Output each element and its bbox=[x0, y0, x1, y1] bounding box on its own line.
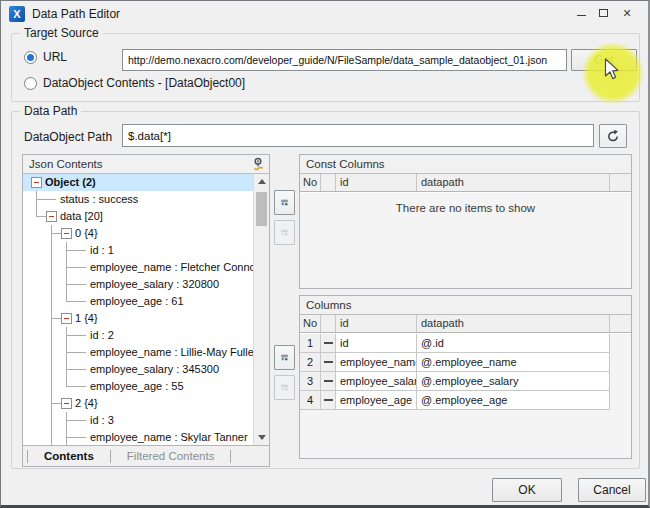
tree-tab-bar: ContentsFiltered Contents bbox=[23, 445, 269, 466]
close-button[interactable]: ✕ bbox=[618, 4, 636, 22]
tree-item[interactable]: employee_name : Skylar Tanner bbox=[23, 429, 253, 445]
tree-guide-line bbox=[51, 344, 52, 361]
column-datapath-cell[interactable]: @.employee_name bbox=[417, 353, 610, 372]
row-handle[interactable] bbox=[321, 334, 336, 353]
tree-collapse-icon[interactable] bbox=[46, 211, 57, 222]
title-bar: X Data Path Editor ✕ bbox=[1, 1, 648, 27]
remove-column-icon bbox=[281, 381, 288, 394]
row-number: 1 bbox=[300, 334, 321, 353]
maximize-icon bbox=[599, 9, 608, 17]
tree-guide-line bbox=[66, 352, 86, 353]
tree-collapse-icon[interactable] bbox=[61, 228, 72, 239]
tree-item[interactable]: employee_salary : 345300 bbox=[23, 361, 253, 378]
json-contents-title: Json Contents bbox=[29, 155, 103, 173]
tree-item-label: 0 {4} bbox=[75, 225, 98, 242]
add-column-icon bbox=[281, 196, 288, 209]
const-columns-body: There are no items to show bbox=[300, 193, 631, 288]
columns-body: 1id@.id2employee_name@.employee_name3emp… bbox=[300, 334, 631, 458]
tree-item[interactable]: id : 1 bbox=[23, 242, 253, 259]
column-id-cell[interactable]: employee_age bbox=[336, 391, 417, 410]
row-filler bbox=[610, 334, 631, 353]
tree-guide-line bbox=[66, 369, 86, 370]
column-id-cell[interactable]: id bbox=[336, 334, 417, 353]
row-number: 4 bbox=[300, 391, 321, 410]
tree-guide-line bbox=[66, 420, 86, 421]
tree-collapse-icon[interactable] bbox=[61, 313, 72, 324]
minimize-button[interactable] bbox=[572, 4, 590, 22]
tree-item-label: employee_salary : 320800 bbox=[90, 276, 219, 293]
tree-guide-line bbox=[66, 250, 86, 251]
tree-item[interactable]: employee_salary : 320800 bbox=[23, 276, 253, 293]
tree-item[interactable]: data [20] bbox=[23, 208, 253, 225]
tree-item[interactable]: 2 {4} bbox=[23, 395, 253, 412]
tree-item[interactable]: employee_name : Fletcher Connolly bbox=[23, 259, 253, 276]
column-datapath-cell[interactable]: @.id bbox=[417, 334, 610, 353]
column-header-blank bbox=[321, 315, 336, 332]
tree-item[interactable]: id : 3 bbox=[23, 412, 253, 429]
dataobject-contents-radio[interactable] bbox=[24, 77, 37, 90]
maximize-button[interactable] bbox=[594, 4, 612, 22]
column-id-cell[interactable]: employee_salary bbox=[336, 372, 417, 391]
tree-guide-line bbox=[51, 318, 61, 319]
column-id-cell[interactable]: employee_name bbox=[336, 353, 417, 372]
remove-column-icon bbox=[281, 226, 288, 239]
scrollbar-thumb[interactable] bbox=[256, 192, 267, 226]
tree-guide-line bbox=[51, 259, 52, 276]
column-row: 1id@.id bbox=[300, 334, 631, 353]
scrollbar-up-button[interactable] bbox=[254, 174, 269, 189]
tree-item[interactable]: employee_age : 55 bbox=[23, 378, 253, 395]
tree-item[interactable]: 1 {4} bbox=[23, 310, 253, 327]
refresh-button[interactable] bbox=[599, 124, 627, 148]
const-columns-column-headers: Noiddatapath bbox=[300, 174, 631, 192]
tree-item[interactable]: id : 2 bbox=[23, 327, 253, 344]
ok-button[interactable]: OK bbox=[492, 478, 562, 502]
key-icon[interactable] bbox=[252, 157, 264, 171]
const-columns-panel: Const Columns Noiddatapath There are no … bbox=[299, 154, 632, 289]
row-number: 3 bbox=[300, 372, 321, 391]
column-header-id: id bbox=[336, 315, 417, 332]
tree-item[interactable]: Object (2) bbox=[23, 174, 253, 191]
column-datapath-cell[interactable]: @.employee_salary bbox=[417, 372, 610, 391]
dataobject-path-input[interactable] bbox=[122, 124, 594, 147]
column-header-blank bbox=[610, 174, 631, 191]
add-column-icon bbox=[281, 351, 288, 364]
minimize-icon bbox=[577, 15, 586, 16]
add-column-button[interactable] bbox=[274, 345, 295, 370]
tree-item-label: id : 2 bbox=[90, 327, 114, 344]
url-input[interactable] bbox=[122, 49, 567, 71]
row-filler bbox=[610, 391, 631, 410]
tree-guide-line bbox=[51, 361, 52, 378]
tree-item[interactable]: employee_name : Lillie-May Fuller bbox=[23, 344, 253, 361]
tree-item[interactable]: status : success bbox=[23, 191, 253, 208]
tree-item-label: employee_name : Fletcher Connolly bbox=[90, 259, 253, 276]
column-header-id: id bbox=[336, 174, 417, 191]
cancel-button[interactable]: Cancel bbox=[578, 478, 646, 502]
tree-guide-line bbox=[66, 335, 86, 336]
tree-guide-line bbox=[66, 267, 86, 268]
row-handle[interactable] bbox=[321, 353, 336, 372]
tab-filtered-contents[interactable]: Filtered Contents bbox=[111, 446, 231, 466]
tree-collapse-icon[interactable] bbox=[61, 398, 72, 409]
tab-contents[interactable]: Contents bbox=[28, 446, 110, 466]
remove-column-button[interactable] bbox=[274, 375, 295, 400]
data-path-group: Data Path DataObject Path Json Contents bbox=[11, 111, 640, 469]
row-handle[interactable] bbox=[321, 372, 336, 391]
columns-panel: Columns Noiddatapath 1id@.id2employee_na… bbox=[299, 295, 632, 459]
scrollbar-down-button[interactable] bbox=[254, 430, 269, 445]
tree-scrollbar bbox=[253, 174, 269, 445]
add-const-column-button[interactable] bbox=[274, 190, 295, 215]
tree-guide-line bbox=[66, 301, 86, 302]
column-row: 2employee_name@.employee_name bbox=[300, 353, 631, 372]
tree-collapse-icon[interactable] bbox=[31, 177, 42, 188]
tree-item[interactable]: 0 {4} bbox=[23, 225, 253, 242]
column-datapath-cell[interactable]: @.employee_age bbox=[417, 391, 610, 410]
row-number: 2 bbox=[300, 353, 321, 372]
get-button[interactable]: Get bbox=[571, 49, 637, 71]
url-radio[interactable] bbox=[24, 51, 37, 64]
row-handle[interactable] bbox=[321, 391, 336, 410]
column-header-blank bbox=[610, 315, 631, 332]
const-columns-header: Const Columns bbox=[300, 155, 631, 174]
tree-item[interactable]: employee_age : 61 bbox=[23, 293, 253, 310]
remove-const-column-button[interactable] bbox=[274, 220, 295, 245]
const-columns-title: Const Columns bbox=[306, 155, 385, 173]
